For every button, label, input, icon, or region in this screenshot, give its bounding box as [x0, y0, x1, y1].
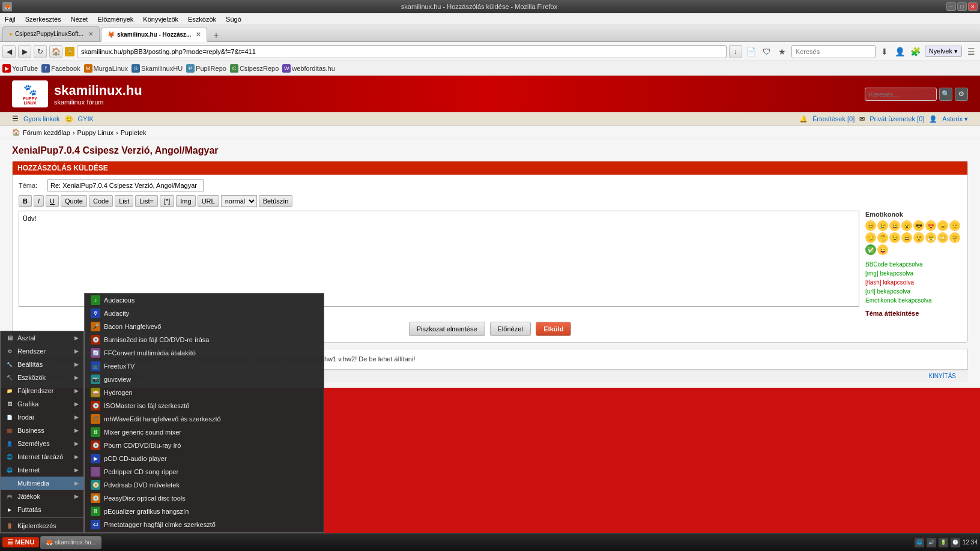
emote-12[interactable]: 😄	[901, 232, 912, 243]
bookmark-youtube[interactable]: ▶ YouTube	[2, 64, 38, 73]
list-eq-button[interactable]: List=	[135, 195, 158, 207]
font-select[interactable]: normál	[221, 195, 257, 207]
mm-audacious[interactable]: ♪ Audacious	[85, 294, 324, 307]
home-button[interactable]: 🏠	[49, 45, 62, 58]
mm-mixer[interactable]: 🎚 Mixer generic sound mixer	[85, 426, 324, 439]
mm-freetuxtv[interactable]: 📺 FreetuxTV	[85, 360, 324, 373]
code-button[interactable]: Code	[89, 195, 113, 207]
bookmark-csipeszrepo[interactable]: C CsipeszRepo	[230, 64, 279, 73]
menu-szemelyes[interactable]: 👤Személyes ▶	[1, 437, 83, 450]
emote-16[interactable]: 🤗	[949, 232, 960, 243]
emote-6[interactable]: 😍	[925, 220, 936, 231]
emote-8[interactable]: 🙁	[949, 220, 960, 231]
close-button[interactable]: ✕	[968, 2, 978, 11]
emote-14[interactable]: 😤	[925, 232, 936, 243]
menu-sugo[interactable]: Súgó	[223, 14, 244, 24]
menu-fajl[interactable]: Fájl	[2, 14, 18, 24]
bookmark-facebook[interactable]: f Facebook	[41, 64, 80, 73]
menu-hamburger[interactable]: ☰	[964, 45, 978, 58]
preview-button[interactable]: Előnézet	[490, 322, 531, 336]
bookmark-skamilinux[interactable]: S SkamilinuxHU	[132, 64, 183, 73]
minimize-button[interactable]: –	[946, 2, 956, 11]
emote-13[interactable]: 😲	[913, 232, 924, 243]
bookmark-webforditas[interactable]: W webforditas.hu	[282, 64, 335, 73]
menu-asztal[interactable]: 🖥Asztal ▶	[1, 331, 83, 345]
emote-3[interactable]: 😀	[889, 220, 900, 231]
italic-button[interactable]: I	[34, 195, 44, 207]
menu-kijelentkezes[interactable]: 🚪Kijelentkezés	[1, 519, 83, 532]
emote-17[interactable]: ✅	[865, 244, 876, 255]
menu-rendszer[interactable]: ⚙Rendszer ▶	[1, 345, 83, 358]
menu-business[interactable]: 💼Business ▶	[1, 424, 83, 437]
mm-pdvdrsab[interactable]: 📀 Pdvdrsab DVD műveletek	[85, 478, 324, 492]
gyik-link[interactable]: GYIK	[78, 115, 94, 122]
mm-pcdripper[interactable]: 🎵 Pcdripper CD song ripper	[85, 465, 324, 478]
new-tab-button[interactable]: +	[208, 30, 223, 41]
menu-beallitas[interactable]: 🔧Beállítás ▶	[1, 358, 83, 371]
mm-bacon[interactable]: 🎤 Bacon Hangfelvevő	[85, 320, 324, 333]
emote-15[interactable]: 😳	[937, 232, 948, 243]
menu-elozmenyek[interactable]: Előzmények	[95, 14, 136, 24]
forum-search-button[interactable]: 🔍	[939, 88, 952, 101]
search-input[interactable]	[791, 45, 876, 58]
breadcrumb-puppy[interactable]: Puppy Linux	[77, 129, 114, 136]
addon-icon[interactable]: 🧩	[909, 45, 922, 58]
bbcode-status[interactable]: BBCode bekapcsolva	[865, 261, 923, 268]
emote-1[interactable]: 😊	[865, 220, 876, 231]
menu-eszkozok[interactable]: 🔨Eszközök ▶	[1, 371, 83, 384]
bold-button[interactable]: B	[19, 195, 32, 207]
tema-attekintes-link[interactable]: Téma áttekintése	[865, 310, 961, 317]
window-controls[interactable]: – □ ✕	[946, 2, 978, 11]
menu-internet-tarcazo[interactable]: 🌐Internet tárcázó ▶	[1, 450, 83, 463]
tab-1[interactable]: ● CsipeszPuppyLinuxSoft... ✕	[2, 26, 100, 41]
bookmark-murgalinux[interactable]: M MurgaLinux	[84, 64, 128, 73]
menu-futtatlas[interactable]: ▶Futtatás	[1, 503, 83, 516]
save-draft-button[interactable]: Piszkozat elmentése	[409, 322, 485, 336]
shield-icon[interactable]: 🛡	[760, 45, 773, 58]
language-button[interactable]: Nyelvek ▾	[925, 46, 962, 57]
reload-button[interactable]: ↻	[34, 45, 47, 58]
forum-search-gear[interactable]: ⚙	[955, 88, 968, 101]
mm-audacity[interactable]: 🎙 Audacity	[85, 307, 324, 320]
url-status[interactable]: [url] bekapcsolva	[865, 288, 910, 295]
menu-multimedia[interactable]: 🎵Multimédia ▶	[1, 477, 83, 490]
emote-2[interactable]: 😢	[877, 220, 888, 231]
menu-eszkozok[interactable]: Eszközök	[186, 14, 219, 24]
breadcrumb-pupietek[interactable]: Pupietek	[121, 129, 147, 136]
flash-status[interactable]: [flash] kikapcsolva	[865, 279, 914, 286]
url-button[interactable]: URL	[198, 195, 219, 207]
identity-icon[interactable]: 👤	[894, 45, 907, 58]
listitem-button[interactable]: [*]	[160, 195, 174, 207]
quote-button[interactable]: Quote	[61, 195, 87, 207]
maximize-button[interactable]: □	[957, 2, 967, 11]
refresh-btn[interactable]: ↓	[729, 45, 742, 58]
menu-jatekok[interactable]: 🎮Játékok ▶	[1, 490, 83, 503]
menu-fajlrendszer[interactable]: 📁Fájlrendszer ▶	[1, 384, 83, 397]
mm-pburn[interactable]: 💿 Pburn CD/DVD/Blu-ray író	[85, 439, 324, 452]
post-textarea[interactable]: Üdv!	[19, 211, 859, 307]
menu-grafika[interactable]: 🖼Grafika ▶	[1, 397, 83, 411]
user-menu[interactable]: Asterix ▾	[942, 115, 968, 123]
color-button[interactable]: Betűszín	[259, 195, 293, 207]
stars-icon[interactable]: ★	[776, 45, 789, 58]
tab-2[interactable]: 🦊 skamilinux.hu - Hozzász... ✕	[101, 28, 207, 42]
ertesitesek-link[interactable]: Értesítések [0]	[812, 115, 854, 122]
img-button[interactable]: Img	[176, 195, 195, 207]
mm-mhwave[interactable]: 🎵 mhWaveEdit hangfelvevő és szerkesztő	[85, 412, 324, 426]
forum-search-input[interactable]	[865, 88, 937, 101]
underline-button[interactable]: U	[46, 195, 59, 207]
mm-isomaster[interactable]: 💿 ISOMaster iso fájl szerkesztő	[85, 399, 324, 412]
mm-pstartup[interactable]: 🔊 pStartupShutdownSound	[85, 531, 324, 533]
mm-hydrogen[interactable]: 🥁 Hydrogen	[85, 386, 324, 399]
reader-icon[interactable]: 📄	[745, 45, 758, 58]
emote-7[interactable]: 😠	[937, 220, 948, 231]
mm-burniso[interactable]: 💿 Burniso2cd iso fájl CD/DVD-re írása	[85, 333, 324, 346]
mm-peasydisc[interactable]: 💿 PeasyDisc optical disc tools	[85, 492, 324, 505]
emote-5[interactable]: 😎	[913, 220, 924, 231]
gyors-linkek[interactable]: Gyors linkek	[23, 115, 60, 122]
img-status[interactable]: [img] bekapcsolva	[865, 270, 913, 277]
back-button[interactable]: ◀	[2, 45, 16, 58]
menu-nezet[interactable]: Nézet	[68, 14, 91, 24]
mm-guvcview[interactable]: 📷 guvcview	[85, 373, 324, 386]
menu-internet[interactable]: 🌐Internet ▶	[1, 463, 83, 477]
